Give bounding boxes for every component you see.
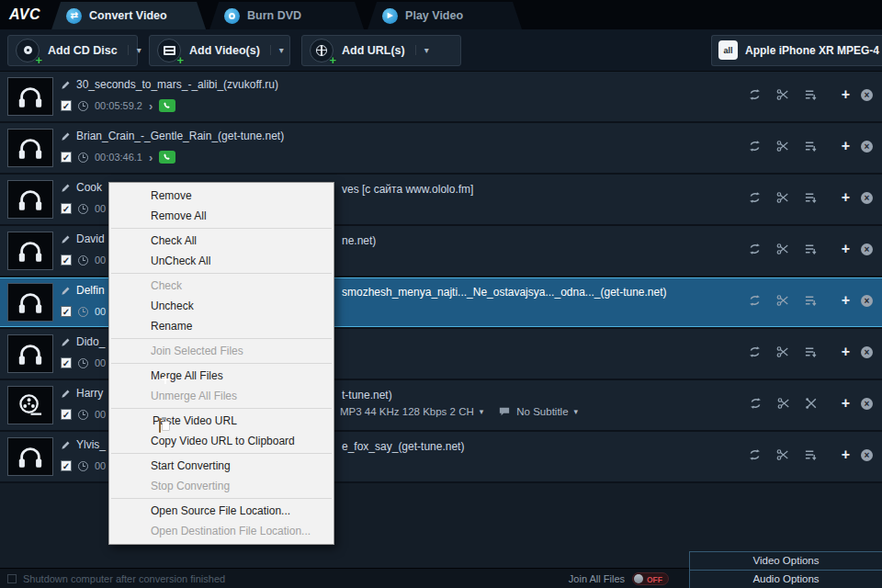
remove-file-icon[interactable]: × bbox=[861, 398, 873, 410]
add-profile-icon[interactable]: + bbox=[842, 293, 850, 308]
menu-item[interactable]: Remove All bbox=[110, 206, 333, 226]
duration-clock-icon bbox=[78, 101, 88, 111]
menu-item[interactable]: Rename bbox=[110, 316, 333, 336]
file-checkbox[interactable]: ✓ bbox=[61, 409, 72, 420]
trim-scissors-icon[interactable] bbox=[776, 88, 789, 101]
add-profile-icon[interactable]: + bbox=[842, 396, 850, 411]
remove-file-icon[interactable]: × bbox=[861, 346, 873, 358]
file-checkbox[interactable]: ✓ bbox=[61, 357, 72, 368]
add-profile-icon[interactable]: + bbox=[842, 87, 850, 102]
menu-item: Check bbox=[110, 276, 333, 296]
menu-separator bbox=[111, 273, 332, 274]
file-duration: 00 bbox=[95, 254, 106, 266]
file-row[interactable]: 30_seconds_to_mars_-_alibi_(zvukoff.ru) … bbox=[0, 72, 882, 123]
tab-play-video[interactable]: ▶ Play Video bbox=[368, 2, 522, 29]
join-all-files-toggle[interactable]: OFF bbox=[632, 572, 669, 585]
add-profile-icon[interactable]: + bbox=[842, 447, 850, 462]
convert-sync-icon[interactable] bbox=[748, 88, 762, 101]
effects-queue-icon[interactable] bbox=[804, 243, 818, 255]
menu-item[interactable]: Copy Video URL to Clipboard bbox=[110, 431, 333, 451]
edit-name-icon[interactable] bbox=[61, 389, 71, 399]
tab-convert-video[interactable]: ⇄ Convert Video bbox=[51, 2, 206, 29]
file-name-tail: ves [с сайта www.ololo.fm] bbox=[342, 183, 473, 196]
convert-sync-icon[interactable] bbox=[748, 448, 762, 461]
effects-queue-icon[interactable] bbox=[804, 448, 818, 461]
file-checkbox[interactable]: ✓ bbox=[61, 460, 72, 471]
file-checkbox[interactable]: ✓ bbox=[61, 254, 72, 266]
output-profile-button[interactable]: all Apple iPhone XR MPEG-4 bbox=[711, 35, 882, 66]
add-profile-icon[interactable]: + bbox=[842, 242, 850, 256]
menu-item[interactable]: Check All bbox=[110, 231, 333, 251]
effects-queue-icon[interactable] bbox=[804, 88, 818, 101]
menu-item[interactable]: Remove bbox=[110, 186, 333, 206]
tab-burn-dvd[interactable]: Burn DVD bbox=[209, 2, 364, 29]
file-duration: 00 bbox=[95, 460, 106, 471]
remove-file-icon[interactable]: × bbox=[861, 243, 873, 255]
edit-name-icon[interactable] bbox=[61, 286, 71, 296]
add-video-button[interactable]: + Add Video(s) ▾ bbox=[149, 35, 290, 66]
crop-tool-icon[interactable] bbox=[805, 397, 818, 410]
chevron-down-icon[interactable]: ▾ bbox=[128, 45, 141, 55]
video-options-button[interactable]: Video Options bbox=[690, 551, 882, 570]
chevron-right-icon: › bbox=[149, 152, 153, 164]
trim-scissors-icon[interactable] bbox=[777, 397, 790, 410]
remove-file-icon[interactable]: × bbox=[861, 141, 873, 153]
menu-item[interactable]: Uncheck bbox=[110, 296, 333, 316]
convert-sync-icon[interactable] bbox=[749, 397, 763, 410]
chevron-down-icon[interactable]: ▾ bbox=[415, 45, 429, 55]
shutdown-checkbox[interactable] bbox=[7, 574, 17, 583]
menu-item[interactable]: Paste Video URL bbox=[110, 411, 333, 431]
remove-file-icon[interactable]: × bbox=[861, 89, 873, 101]
add-profile-icon[interactable]: + bbox=[842, 190, 850, 205]
edit-name-icon[interactable] bbox=[61, 337, 71, 347]
convert-sync-icon[interactable] bbox=[748, 140, 762, 153]
remove-file-icon[interactable]: × bbox=[861, 295, 873, 307]
audio-options-button[interactable]: Audio Options bbox=[690, 570, 882, 588]
trim-scissors-icon[interactable] bbox=[776, 448, 789, 461]
edit-name-icon[interactable] bbox=[61, 440, 71, 450]
effects-queue-icon[interactable] bbox=[804, 294, 818, 307]
trim-scissors-icon[interactable] bbox=[776, 294, 789, 307]
add-profile-icon[interactable]: + bbox=[842, 139, 850, 153]
edit-name-icon[interactable] bbox=[61, 183, 71, 193]
trim-scissors-icon[interactable] bbox=[776, 243, 789, 255]
menu-item[interactable]: Open Source File Location... bbox=[110, 501, 333, 521]
add-url-button[interactable]: + Add URL(s) ▾ bbox=[301, 35, 461, 66]
convert-sync-icon[interactable] bbox=[748, 191, 762, 204]
edit-name-icon[interactable] bbox=[61, 131, 71, 141]
duration-clock-icon bbox=[78, 255, 88, 266]
file-duration: 00 bbox=[95, 306, 106, 317]
trim-scissors-icon[interactable] bbox=[776, 345, 789, 358]
convert-sync-icon[interactable] bbox=[748, 243, 762, 255]
file-row[interactable]: Brian_Crain_-_Gentle_Rain_(get-tune.net)… bbox=[0, 123, 882, 175]
duration-clock-icon bbox=[78, 204, 88, 214]
file-checkbox[interactable]: ✓ bbox=[61, 306, 72, 317]
file-thumbnail bbox=[7, 180, 53, 219]
add-profile-icon[interactable]: + bbox=[842, 345, 850, 359]
menu-item[interactable]: Merge All Files bbox=[110, 366, 333, 386]
convert-sync-icon[interactable] bbox=[748, 294, 762, 307]
toolbar: + Add CD Disc ▾ + Add Video(s) ▾ + Add U… bbox=[0, 29, 882, 72]
edit-name-icon[interactable] bbox=[61, 234, 71, 244]
subtitle-dropdown[interactable]: No Subtitle▾ bbox=[498, 406, 578, 417]
file-checkbox[interactable]: ✓ bbox=[61, 100, 72, 111]
context-menu: RemoveRemove AllCheck AllUnCheck AllChec… bbox=[108, 182, 334, 545]
remove-file-icon[interactable]: × bbox=[861, 192, 873, 204]
effects-queue-icon[interactable] bbox=[804, 140, 818, 153]
effects-queue-icon[interactable] bbox=[804, 191, 818, 204]
menu-item[interactable]: Start Converting bbox=[110, 456, 333, 476]
trim-scissors-icon[interactable] bbox=[776, 191, 789, 204]
effects-queue-icon[interactable] bbox=[804, 345, 818, 358]
file-checkbox[interactable]: ✓ bbox=[61, 152, 72, 163]
menu-item[interactable]: UnCheck All bbox=[110, 251, 333, 271]
add-cd-disc-button[interactable]: + Add CD Disc ▾ bbox=[7, 35, 138, 66]
convert-sync-icon[interactable] bbox=[748, 345, 762, 358]
audio-format-dropdown[interactable]: MP3 44 KHz 128 Kbps 2 CH▾ bbox=[340, 406, 483, 417]
burn-dvd-icon bbox=[224, 8, 240, 24]
trim-scissors-icon[interactable] bbox=[776, 140, 789, 153]
edit-name-icon[interactable] bbox=[61, 80, 71, 90]
file-checkbox[interactable]: ✓ bbox=[61, 203, 72, 214]
remove-file-icon[interactable]: × bbox=[861, 449, 873, 461]
chevron-down-icon[interactable]: ▾ bbox=[270, 45, 284, 55]
headphones-icon bbox=[17, 239, 44, 264]
